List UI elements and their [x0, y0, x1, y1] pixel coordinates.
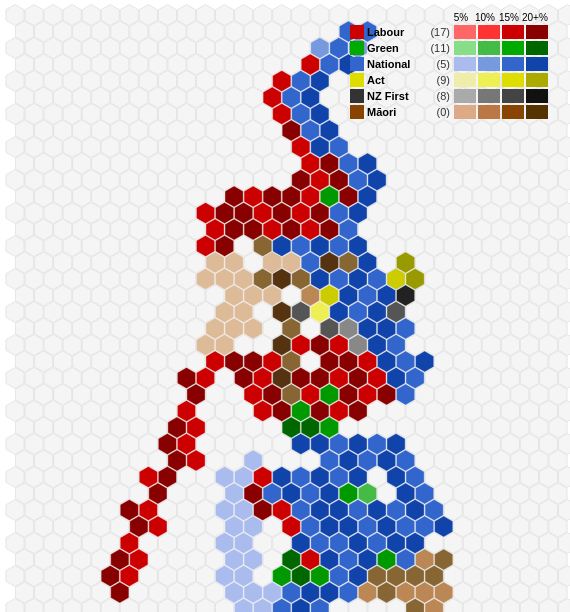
hex-map-canvas	[0, 0, 570, 612]
map-container: 5%10%15%20+% Labour(17)Green(11)National…	[0, 0, 570, 612]
